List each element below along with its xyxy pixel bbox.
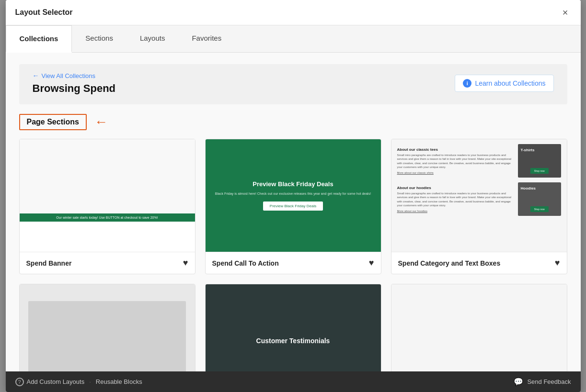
card-preview-category: About our classic tees Small intro parag…	[391, 139, 567, 252]
card-spend-cta[interactable]: Preview Black Friday Deals Black Friday …	[205, 139, 381, 274]
cards-grid-row2: Customer Testimonials	[19, 284, 567, 371]
category-hoodies-link: More about our hoodies	[397, 210, 513, 213]
category-hoodies-image: Shop now Hoodies	[518, 182, 561, 216]
cards-grid-row1: Our winter sale starts today! Use BUTTON…	[19, 139, 567, 274]
card-footer-banner: Spend Banner ♥	[20, 252, 195, 274]
arrow-indicator-icon: ←	[94, 115, 108, 129]
cta-body: Black Friday is almost here! Check out o…	[215, 191, 371, 196]
category-hoodies-body: Small intro paragraphs are crafted to in…	[397, 191, 513, 208]
tees-shop-btn: Shop now	[530, 168, 548, 174]
tab-favorites[interactable]: Favorites	[178, 25, 235, 52]
layout-selector-modal: Layout Selector × Collections Sections L…	[6, 0, 581, 392]
tab-collections[interactable]: Collections	[6, 25, 72, 53]
category-row-tees: About our classic tees Small intro parag…	[397, 144, 561, 178]
learn-about-collections-button[interactable]: i Learn about Collections	[455, 75, 553, 92]
footer-right[interactable]: 💬 Send Feedback	[514, 377, 571, 386]
category-tees-image: Shop now T-shirts	[518, 144, 561, 178]
card-label-category: Spend Category and Text Boxes	[398, 259, 501, 267]
reusable-blocks-text[interactable]: Reusable Blocks	[96, 378, 142, 385]
add-custom-layouts-text[interactable]: Add Custom Layouts	[27, 378, 85, 385]
back-to-collections-link[interactable]: ← View All Collections	[33, 72, 116, 79]
footer-separator: ·	[89, 378, 91, 385]
tees-img-label: T-shirts	[521, 148, 535, 152]
card-preview-banner: Our winter sale starts today! Use BUTTON…	[20, 139, 195, 252]
banner-top-area	[20, 139, 195, 213]
category-hoodies-title: About our hoodies	[397, 186, 513, 190]
modal-title: Layout Selector	[15, 8, 73, 17]
tabs-bar: Collections Sections Layouts Favorites	[6, 25, 581, 53]
cta-title: Preview Black Friday Deals	[253, 180, 333, 188]
card-preview-bottom1	[20, 284, 195, 371]
sections-area: Page Sections ← Our winter sale starts t…	[6, 104, 581, 371]
card-spend-banner[interactable]: Our winter sale starts today! Use BUTTON…	[19, 139, 195, 274]
category-row-hoodies: About our hoodies Small intro paragraphs…	[397, 182, 561, 216]
favorite-icon-cta[interactable]: ♥	[369, 258, 374, 268]
banner-bar: Our winter sale starts today! Use BUTTON…	[20, 213, 195, 222]
tab-layouts[interactable]: Layouts	[126, 25, 179, 52]
cta-content: Preview Black Friday Deals Black Friday …	[206, 139, 381, 252]
page-sections-label: Page Sections	[19, 114, 87, 130]
send-feedback-text: Send Feedback	[527, 378, 571, 385]
modal-overlay: Layout Selector × Collections Sections L…	[0, 0, 586, 392]
testimonials-content: Customer Testimonials	[206, 284, 381, 371]
card-label-banner: Spend Banner	[26, 259, 72, 267]
modal-header: Layout Selector ×	[6, 0, 581, 25]
category-tees-body: Small intro paragraphs are crafted to in…	[397, 153, 513, 169]
collection-title: Browsing Spend	[33, 82, 116, 95]
card-testimonials[interactable]: Customer Testimonials	[205, 284, 381, 371]
card-bottom-3[interactable]	[391, 284, 567, 371]
banner-bottom-area	[20, 222, 195, 252]
card-footer-category: Spend Category and Text Boxes ♥	[391, 252, 567, 274]
favorite-icon-banner[interactable]: ♥	[183, 258, 188, 268]
bottom-card1-image-placeholder	[28, 301, 186, 371]
favorite-icon-category[interactable]: ♥	[555, 258, 560, 268]
card-spend-category[interactable]: About our classic tees Small intro parag…	[391, 139, 567, 274]
tab-sections[interactable]: Sections	[72, 25, 126, 52]
close-button[interactable]: ×	[560, 7, 571, 18]
chat-icon: 💬	[514, 377, 523, 386]
card-preview-testimonials: Customer Testimonials	[206, 284, 381, 371]
category-content: About our classic tees Small intro parag…	[391, 139, 567, 252]
page-sections-label-row: Page Sections ←	[19, 114, 567, 130]
card-preview-cta: Preview Black Friday Deals Black Friday …	[206, 139, 381, 252]
card-label-cta: Spend Call To Action	[212, 259, 279, 267]
question-icon: ?	[15, 378, 24, 386]
category-tees-title: About our classic tees	[397, 147, 513, 152]
modal-body: ← View All Collections Browsing Spend i …	[6, 53, 581, 371]
cta-button[interactable]: Preview Black Friday Deals	[263, 202, 323, 211]
testimonials-title: Customer Testimonials	[256, 337, 330, 345]
collection-header: ← View All Collections Browsing Spend i …	[19, 64, 567, 104]
card-preview-bottom3	[391, 284, 567, 371]
modal-footer: ? Add Custom Layouts · Reusable Blocks 💬…	[6, 371, 581, 392]
footer-left: ? Add Custom Layouts · Reusable Blocks	[15, 378, 142, 386]
info-icon: i	[463, 79, 471, 88]
card-bottom-1[interactable]	[19, 284, 195, 371]
category-tees-link: More about our classic shirts	[397, 171, 513, 174]
hoodies-img-label: Hoodies	[521, 186, 536, 190]
card-footer-cta: Spend Call To Action ♥	[206, 252, 381, 274]
hoodies-shop-btn: Shop now	[530, 206, 548, 212]
back-arrow-icon: ←	[33, 72, 39, 79]
